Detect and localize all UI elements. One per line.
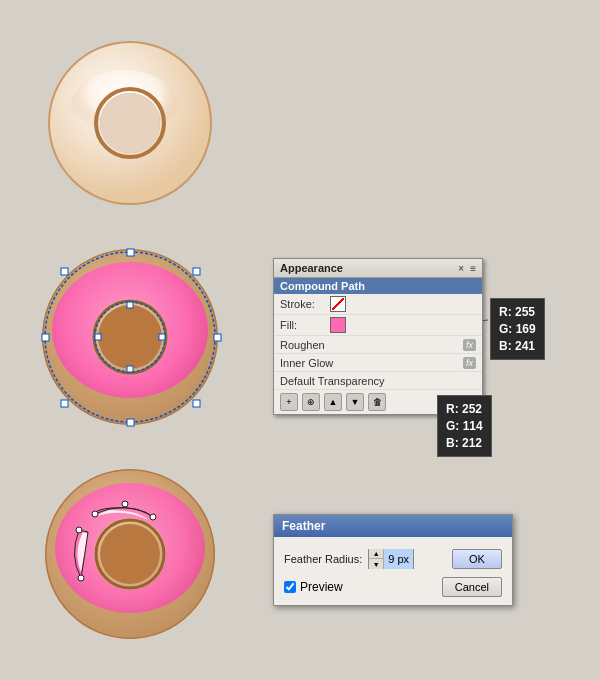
feather-dialog-titlebar[interactable]: Feather — [274, 515, 512, 537]
donut-2 — [33, 240, 228, 435]
fill-row: Fill: — [274, 315, 482, 336]
spinner-arrows[interactable]: ▲ ▼ — [369, 549, 384, 569]
feather-radius-label: Feather Radius: — [284, 553, 362, 565]
svg-rect-20 — [214, 334, 221, 341]
feather-dialog: Feather Feather Radius: ▲ ▼ 9 px OK Prev… — [273, 514, 513, 606]
preview-checkbox[interactable] — [284, 581, 296, 593]
panel-titlebar[interactable]: Appearance × ≡ — [274, 259, 482, 278]
panel-close-button[interactable]: × — [458, 263, 464, 274]
stroke-swatch[interactable] — [330, 296, 346, 312]
spinner-up-button[interactable]: ▲ — [369, 549, 383, 559]
preview-label: Preview — [300, 580, 343, 594]
transparency-row: Default Transparency — [274, 372, 482, 390]
move-up-button[interactable]: ▲ — [324, 393, 342, 411]
feather-dialog-bottom-row: Preview Cancel — [284, 577, 502, 597]
donut-3 — [33, 462, 228, 647]
svg-rect-28 — [159, 334, 165, 340]
fill-g-value: G: 169 — [499, 321, 536, 338]
panel-title: Appearance — [280, 262, 343, 274]
svg-rect-19 — [42, 334, 49, 341]
feather-ok-button[interactable]: OK — [452, 549, 502, 569]
spinner-down-button[interactable]: ▼ — [369, 559, 383, 569]
feather-dialog-body: Feather Radius: ▲ ▼ 9 px OK Preview Canc… — [274, 537, 512, 605]
svg-rect-29 — [127, 302, 133, 308]
delete-button[interactable]: 🗑 — [368, 393, 386, 411]
fill-swatch[interactable] — [330, 317, 346, 333]
feather-dialog-title: Feather — [282, 519, 325, 533]
inner-glow-label: Inner Glow — [280, 357, 463, 369]
roughen-fx-badge[interactable]: fx — [463, 339, 476, 351]
svg-point-43 — [76, 527, 82, 533]
stroke-row: Stroke: — [274, 294, 482, 315]
donut-canvas-area — [0, 0, 260, 680]
fill-label: Fill: — [280, 319, 330, 331]
stroke-g-value: G: 114 — [446, 418, 483, 435]
svg-point-42 — [122, 501, 128, 507]
feather-radius-value[interactable]: 9 px — [384, 549, 413, 569]
appearance-panel: Appearance × ≡ Compound Path Stroke: Fil… — [273, 258, 483, 415]
add-new-button[interactable]: + — [280, 393, 298, 411]
feather-cancel-button[interactable]: Cancel — [442, 577, 502, 597]
svg-rect-30 — [127, 366, 133, 372]
compound-path-label: Compound Path — [280, 280, 365, 292]
svg-point-39 — [100, 524, 160, 584]
stroke-r-value: R: 252 — [446, 401, 483, 418]
svg-rect-25 — [193, 268, 200, 275]
stroke-label: Stroke: — [280, 298, 330, 310]
compound-path-header: Compound Path — [274, 278, 482, 294]
fill-r-value: R: 255 — [499, 304, 536, 321]
stroke-b-value: B: 212 — [446, 435, 483, 452]
feather-radius-row: Feather Radius: ▲ ▼ 9 px OK — [284, 549, 502, 569]
svg-rect-26 — [61, 400, 68, 407]
fill-color-tooltip: R: 255 G: 169 B: 241 — [490, 298, 545, 360]
inner-glow-row: Inner Glow fx — [274, 354, 482, 372]
svg-point-7 — [100, 93, 160, 153]
donut-1 — [40, 33, 220, 213]
roughen-row: Roughen fx — [274, 336, 482, 354]
donut-1-container — [40, 33, 220, 213]
panel-menu-icon[interactable]: ≡ — [470, 263, 476, 274]
svg-point-41 — [150, 514, 156, 520]
svg-rect-24 — [193, 400, 200, 407]
move-down-button[interactable]: ▼ — [346, 393, 364, 411]
svg-rect-27 — [95, 334, 101, 340]
svg-point-44 — [78, 575, 84, 581]
donut-2-container — [33, 240, 228, 435]
duplicate-button[interactable]: ⊕ — [302, 393, 320, 411]
fill-b-value: B: 241 — [499, 338, 536, 355]
svg-point-40 — [92, 511, 98, 517]
roughen-label: Roughen — [280, 339, 463, 351]
svg-rect-23 — [61, 268, 68, 275]
svg-point-16 — [98, 305, 162, 369]
svg-rect-22 — [127, 419, 134, 426]
stroke-color-tooltip: R: 252 G: 114 B: 212 — [437, 395, 492, 457]
svg-rect-21 — [127, 249, 134, 256]
inner-glow-fx-badge[interactable]: fx — [463, 357, 476, 369]
donut-3-container — [33, 462, 228, 647]
preview-checkbox-row: Preview — [284, 580, 436, 594]
transparency-label: Default Transparency — [280, 375, 476, 387]
feather-radius-spinner[interactable]: ▲ ▼ 9 px — [368, 549, 414, 569]
